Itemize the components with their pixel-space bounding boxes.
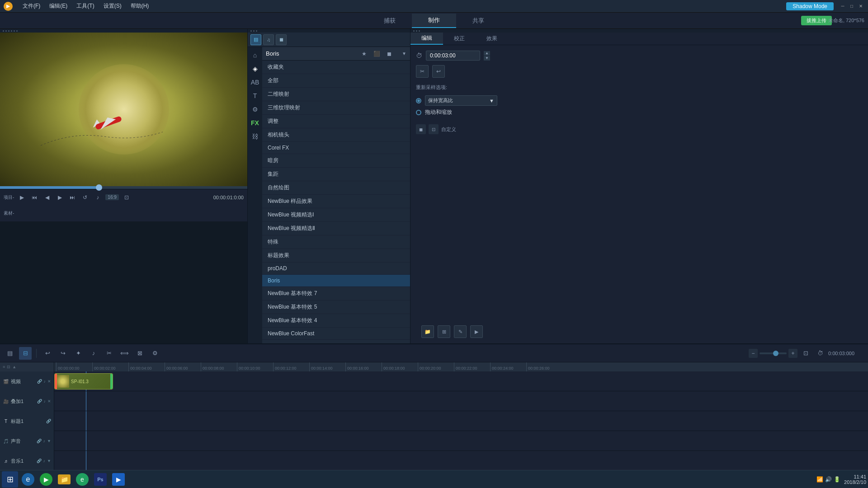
title-link-icon[interactable]: 🔗 — [46, 419, 51, 423]
menu-edit[interactable]: 编辑(E) — [45, 1, 72, 11]
step-forward-button[interactable]: ▶ — [55, 192, 65, 202]
fx-item-newblue7[interactable]: NewBlue 基本特效 7 — [262, 287, 410, 300]
zoom-slider-thumb[interactable] — [773, 351, 778, 356]
menu-help[interactable]: 帮助(H) — [126, 1, 154, 11]
audio-expand-icon[interactable]: ▼ — [47, 439, 51, 443]
fx-item-newblue-select1[interactable]: NewBlue 视频精选Ⅰ — [262, 208, 410, 222]
prev-frame-button[interactable]: ⏮ — [29, 192, 39, 202]
fx-item-colorfast[interactable]: NewBlue ColorFast — [262, 328, 410, 340]
zoom-fit-btn[interactable]: ⊡ — [799, 347, 812, 360]
fx-icon-text[interactable]: AB — [249, 76, 261, 89]
time-down-btn[interactable]: ▼ — [484, 56, 490, 61]
loop-button[interactable]: ↺ — [80, 192, 90, 202]
fx-item-favorites[interactable]: 收藏夹 — [262, 61, 410, 74]
audio-mute-icon[interactable]: ♪ — [43, 439, 46, 443]
mini-btn-1[interactable]: ◼ — [416, 124, 426, 134]
rp-tab-effect[interactable]: 效果 — [476, 33, 508, 45]
taskbar-ie[interactable]: e — [20, 471, 36, 488]
music-track-body[interactable] — [54, 451, 868, 470]
rp-tab-correct[interactable]: 校正 — [443, 33, 476, 45]
fx-item-adjust[interactable]: 调整 — [262, 115, 410, 128]
fx-preview-btn[interactable]: ⬛ — [371, 48, 382, 59]
music-mute-icon[interactable]: ♪ — [43, 459, 46, 463]
video-link-icon[interactable]: 🔗 — [37, 379, 42, 384]
track-add-icon[interactable]: ▲ — [12, 365, 16, 369]
tl-timeline-btn[interactable]: ⊟ — [19, 347, 32, 360]
fx-item-corel[interactable]: Corel FX — [262, 142, 410, 154]
fx-item-newblue5[interactable]: NewBlue 基本特效 5 — [262, 300, 410, 314]
fx-item-newblue4[interactable]: NewBlue 基本特效 4 — [262, 314, 410, 328]
fx-icon-chain[interactable]: ⛓ — [249, 130, 261, 143]
tray-network-icon[interactable]: 📶 — [816, 476, 823, 483]
rp-folder-btn[interactable]: 📁 — [421, 325, 434, 338]
tl-multitrack-btn[interactable]: ⊠ — [133, 347, 146, 360]
tray-volume-icon[interactable]: 🔊 — [825, 476, 832, 483]
title-track-body[interactable] — [54, 411, 868, 431]
time-up-btn[interactable]: ▲ — [484, 51, 490, 56]
track-expand-icon[interactable]: ≡ — [3, 365, 5, 369]
fx-item-newblue-samples[interactable]: NewBlue 样品效果 — [262, 195, 410, 208]
overlay-audio-icon[interactable]: ♪ — [44, 399, 46, 404]
taskbar-ps[interactable]: Ps — [92, 471, 108, 488]
step-back-button[interactable]: ◀ — [42, 192, 52, 202]
fx-icon-home[interactable]: ⌂ — [249, 49, 261, 61]
tab-share[interactable]: 共享 — [456, 14, 500, 28]
fx-audio-btn[interactable]: ♫ — [263, 34, 274, 45]
fx-item-all[interactable]: 全部 — [262, 74, 410, 88]
video-audio-icon[interactable]: ♪ — [44, 379, 46, 384]
play-button[interactable]: ▶ — [17, 192, 27, 202]
rp-grid-btn[interactable]: ⊞ — [438, 325, 450, 338]
fx-icon-filter[interactable]: ◈ — [249, 62, 261, 75]
tl-video-icon[interactable]: ▤ — [4, 347, 16, 360]
taskbar-browser[interactable]: e — [74, 471, 90, 488]
fx-item-camera[interactable]: 相机镜头 — [262, 128, 410, 142]
menu-tools[interactable]: 工具(T) — [72, 1, 99, 11]
zoom-time-btn[interactable]: ⏱ — [814, 347, 826, 360]
app-logo[interactable]: ▶ — [4, 2, 13, 11]
audio-button[interactable]: ♪ — [93, 192, 103, 202]
fx-item-nature[interactable]: 自然绘图 — [262, 181, 410, 195]
next-frame-button[interactable]: ⏭ — [67, 192, 77, 202]
tab-edit[interactable]: 制作 — [412, 14, 456, 28]
fx-star-btn[interactable]: ★ — [359, 48, 369, 59]
menu-file[interactable]: 文件(F) — [18, 1, 45, 11]
maximize-button[interactable]: □ — [848, 3, 855, 10]
upload-button[interactable]: 拔推上传 — [801, 16, 832, 25]
tl-split-btn[interactable]: ✂ — [103, 347, 115, 360]
fx-icon-title[interactable]: T — [249, 89, 261, 102]
close-button[interactable]: ✕ — [857, 3, 864, 10]
overlay-more-icon[interactable]: ✕ — [47, 399, 51, 404]
tl-audio-btn[interactable]: ♪ — [87, 347, 100, 360]
preview-size-button[interactable]: ⊡ — [122, 192, 132, 202]
video-track-body[interactable]: SP-I01.3 — [54, 371, 868, 391]
radio-pan-zoom[interactable] — [416, 110, 421, 115]
rp-edit-btn[interactable]: ✎ — [454, 325, 467, 338]
clip-left-handle[interactable] — [55, 374, 57, 389]
edit-action-btn2[interactable]: ↩ — [432, 65, 445, 78]
menu-settings[interactable]: 设置(S) — [99, 1, 126, 11]
tray-battery-icon[interactable]: 🔋 — [834, 476, 840, 483]
zoom-slider[interactable] — [760, 352, 787, 354]
fx-item-focus[interactable]: 集距 — [262, 168, 410, 181]
start-button[interactable]: ⊞ — [2, 471, 18, 488]
video-more-icon[interactable]: ✕ — [47, 379, 51, 384]
clip-right-handle[interactable] — [110, 374, 113, 389]
taskbar-media[interactable]: ▶ — [38, 471, 54, 488]
scale-dropdown[interactable]: 保持宽高比 ▼ — [425, 95, 497, 106]
fx-item-3d-map[interactable]: 三维纹理映射 — [262, 101, 410, 115]
music-expand-icon[interactable]: ▼ — [47, 459, 51, 463]
fx-mute-btn[interactable]: ◼ — [276, 34, 287, 45]
edit-action-btn1[interactable]: ✂ — [416, 65, 429, 78]
playback-thumb[interactable] — [96, 184, 102, 191]
fx-video-btn[interactable]: ▤ — [250, 34, 261, 45]
track-sort-icon[interactable]: ⊟ — [7, 365, 10, 369]
video-clip[interactable]: SP-I01.3 — [54, 373, 113, 389]
tab-capture[interactable]: 捕获 — [368, 14, 412, 28]
fx-item-2d-map[interactable]: 二维映射 — [262, 88, 410, 101]
radio-keep-ratio[interactable] — [416, 98, 421, 103]
zoom-in-btn[interactable]: + — [788, 349, 797, 358]
fx-settings-btn[interactable]: ◼ — [384, 48, 395, 59]
overlay-link-icon[interactable]: 🔗 — [37, 399, 42, 404]
fx-item-newblue-select2[interactable]: NewBlue 视频精选Ⅱ — [262, 222, 410, 235]
audio-track-body[interactable] — [54, 431, 868, 450]
